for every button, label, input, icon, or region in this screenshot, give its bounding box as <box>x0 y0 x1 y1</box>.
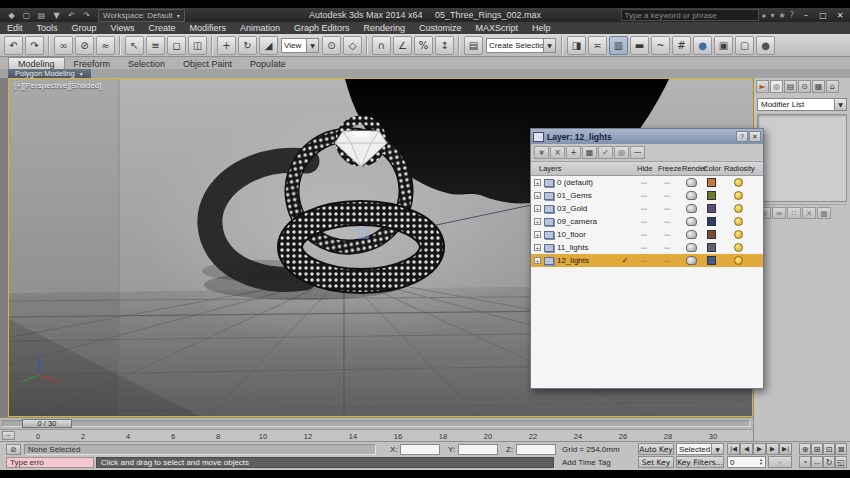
layer-color-swatch[interactable] <box>707 178 716 187</box>
current-frame-field[interactable]: 0 ▲▼ <box>727 456 766 468</box>
dialog-title-bar[interactable]: Layer: 12_lights ? ✕ <box>531 129 763 144</box>
select-object-icon[interactable]: ↖ <box>125 36 144 55</box>
layer-color-swatch[interactable] <box>707 230 716 239</box>
search-go-icon[interactable]: ▸ <box>761 11 769 20</box>
expand-icon[interactable]: + <box>534 192 541 199</box>
schematic-view-icon[interactable]: # <box>672 36 691 55</box>
dialog-help-button[interactable]: ? <box>736 131 748 142</box>
render-toggle-icon[interactable] <box>686 204 697 213</box>
layer-row-10-floor[interactable]: +10_floor—— <box>531 228 763 241</box>
redo-icon[interactable]: ↷ <box>25 36 44 55</box>
key-mode-toggle-button[interactable]: ◦ <box>768 456 792 468</box>
render-toggle-icon[interactable] <box>686 256 697 265</box>
menu-maxscript[interactable]: MAXScript <box>469 22 526 34</box>
highlight-layer-button[interactable]: ◎ <box>614 146 629 159</box>
time-slider[interactable]: 0 / 30 <box>0 417 754 429</box>
menu-modifiers[interactable]: Modifiers <box>182 22 233 34</box>
x-coordinate-field[interactable] <box>400 444 440 455</box>
radiosity-icon[interactable] <box>734 256 743 265</box>
render-toggle-icon[interactable] <box>686 191 697 200</box>
set-current-layer-button[interactable]: ✓ <box>598 146 613 159</box>
curve-editor-icon[interactable]: ~ <box>651 36 670 55</box>
freeze-toggle[interactable]: — <box>664 179 671 187</box>
new-layer-button[interactable]: ∗ <box>534 146 549 159</box>
polygon-modeling-panel[interactable]: Polygon Modeling ▼ <box>8 69 91 78</box>
display-tab[interactable]: ▦ <box>812 80 825 93</box>
make-unique-button[interactable]: ∷ <box>787 207 801 219</box>
frame-spinner[interactable]: ▲▼ <box>759 458 763 466</box>
utilities-tab[interactable]: ⌂ <box>826 80 839 93</box>
freeze-toggle[interactable]: — <box>664 192 671 200</box>
mirror-icon[interactable]: ◨ <box>567 36 586 55</box>
radiosity-icon[interactable] <box>734 191 743 200</box>
layer-row-09-camera[interactable]: +09_camera—— <box>531 215 763 228</box>
add-selection-to-layer-button[interactable]: + <box>566 146 581 159</box>
key-filters-button[interactable]: Key Filters... <box>676 456 724 468</box>
align-icon[interactable]: ≍ <box>588 36 607 55</box>
radiosity-icon[interactable] <box>734 230 743 239</box>
freeze-toggle[interactable]: — <box>664 205 671 213</box>
render-setup-icon[interactable]: ▣ <box>714 36 733 55</box>
undo-icon[interactable]: ↶ <box>65 10 78 21</box>
menu-create[interactable]: Create <box>141 22 182 34</box>
dialog-close-button[interactable]: ✕ <box>749 131 761 142</box>
previous-frame-button[interactable]: ◀ <box>740 443 753 455</box>
window-crossing-icon[interactable]: ◫ <box>188 36 207 55</box>
redo-icon[interactable]: ↷ <box>80 10 93 21</box>
freeze-toggle[interactable]: — <box>664 231 671 239</box>
menu-group[interactable]: Group <box>65 22 104 34</box>
zoom-all-icon[interactable]: ⊞ <box>811 443 823 455</box>
select-and-link-icon[interactable]: ∞ <box>54 36 73 55</box>
select-and-move-icon[interactable]: + <box>217 36 236 55</box>
z-coordinate-field[interactable] <box>516 444 556 455</box>
layer-row-0-default[interactable]: +0 (default)—— <box>531 176 763 189</box>
freeze-toggle[interactable]: — <box>664 218 671 226</box>
render-toggle-icon[interactable] <box>686 217 697 226</box>
select-and-rotate-icon[interactable]: ↻ <box>238 36 257 55</box>
angle-snap-toggle-icon[interactable]: ∠ <box>393 36 412 55</box>
selection-lock-toggle[interactable]: ⊘ <box>6 444 21 455</box>
selected-set-dropdown[interactable]: Selected ▼ <box>676 443 724 455</box>
graphite-ribbon-toggle-icon[interactable]: ▬ <box>630 36 649 55</box>
expand-icon[interactable]: + <box>534 244 541 251</box>
menu-customize[interactable]: Customize <box>412 22 469 34</box>
time-slider-handle[interactable]: 0 / 30 <box>22 419 72 428</box>
application-menu-icon[interactable]: ◆ <box>5 10 18 21</box>
maximize-button[interactable]: □ <box>816 10 830 21</box>
modify-tab[interactable]: ◎ <box>770 80 783 93</box>
hide-toggle[interactable]: — <box>641 205 648 213</box>
communication-center-icon[interactable]: ▾ <box>769 11 777 20</box>
maximize-viewport-toggle-icon[interactable]: ◱ <box>835 456 847 468</box>
ribbon-tab-selection[interactable]: Selection <box>119 58 174 69</box>
layer-color-swatch[interactable] <box>707 243 716 252</box>
configure-modifier-sets-button[interactable]: ▦ <box>817 207 831 219</box>
layer-manager-icon[interactable]: ▥ <box>609 36 628 55</box>
layer-color-swatch[interactable] <box>707 191 716 200</box>
expand-icon[interactable]: + <box>534 179 541 186</box>
hide-all-button[interactable]: — <box>630 146 645 159</box>
zoom-icon[interactable]: ⊕ <box>799 443 811 455</box>
render-production-icon[interactable]: ● <box>756 36 775 55</box>
viewport-label[interactable]: [+][Perspective][Shaded] <box>14 81 101 90</box>
workspace-dropdown[interactable]: Workspace: Default ▾ <box>98 9 185 22</box>
hide-toggle[interactable]: — <box>641 244 648 252</box>
layer-row-01-gems[interactable]: +01_Gems—— <box>531 189 763 202</box>
menu-animation[interactable]: Animation <box>233 22 287 34</box>
ribbon-tab-freeform[interactable]: Freeform <box>65 58 120 69</box>
pan-view-icon[interactable]: ↔ <box>811 456 823 468</box>
layer-row-12-lights[interactable]: +12_lights✓—— <box>531 254 763 267</box>
modifier-stack[interactable] <box>757 114 847 202</box>
bind-to-space-warp-icon[interactable]: ≈ <box>96 36 115 55</box>
help-icon[interactable]: ? <box>788 11 796 20</box>
track-bar[interactable]: ~ 024681012141618202224262830 <box>0 429 754 441</box>
orbit-icon[interactable]: ↻ <box>823 456 835 468</box>
ribbon-tab-populate[interactable]: Populate <box>241 58 295 69</box>
ribbon-tab-object-paint[interactable]: Object Paint <box>174 58 241 69</box>
render-toggle-icon[interactable] <box>686 230 697 239</box>
menu-edit[interactable]: Edit <box>0 22 30 34</box>
material-editor-icon[interactable]: ● <box>693 36 712 55</box>
radiosity-icon[interactable] <box>734 217 743 226</box>
menu-views[interactable]: Views <box>104 22 142 34</box>
layer-row-11-lights[interactable]: +11_lights—— <box>531 241 763 254</box>
menu-tools[interactable]: Tools <box>30 22 65 34</box>
